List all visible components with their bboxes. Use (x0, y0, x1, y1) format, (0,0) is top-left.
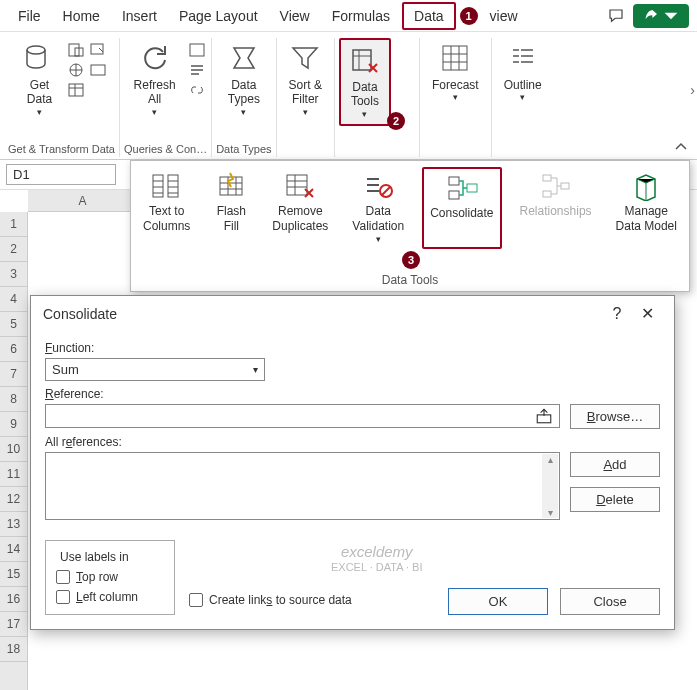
remove-duplicates-button[interactable]: Remove Duplicates (266, 167, 334, 249)
text-to-columns-button[interactable]: Text to Columns (137, 167, 196, 249)
group-queries: Refresh All ▾ Queries & Con… (120, 38, 212, 157)
row-header[interactable]: 4 (0, 287, 27, 312)
group-types-label: Data Types (216, 141, 271, 157)
from-web-icon[interactable] (67, 62, 85, 78)
refresh-all-label: Refresh All (134, 78, 176, 107)
dialog-title: Consolidate (43, 306, 602, 322)
row-header[interactable]: 8 (0, 387, 27, 412)
tab-view[interactable]: View (270, 4, 320, 28)
popup-title: Data Tools (137, 273, 683, 289)
outline-label: Outline (504, 78, 542, 92)
outline-button[interactable]: Outline ▾ (496, 38, 550, 107)
sort-filter-button[interactable]: Sort & Filter ▾ (281, 38, 330, 122)
row-header[interactable]: 2 (0, 237, 27, 262)
row-header[interactable]: 12 (0, 487, 27, 512)
text-to-columns-icon (150, 171, 184, 201)
row-header[interactable]: 10 (0, 437, 27, 462)
share-button[interactable] (633, 4, 689, 28)
row-header[interactable]: 6 (0, 337, 27, 362)
tab-data[interactable]: Data (402, 2, 456, 30)
delete-button[interactable]: Delete (570, 487, 660, 512)
left-column-checkbox[interactable]: Left column (56, 590, 164, 604)
row-header[interactable]: 14 (0, 537, 27, 562)
from-text-icon[interactable] (67, 42, 85, 58)
reference-input[interactable] (45, 404, 560, 428)
top-row-checkbox[interactable]: Top row (56, 570, 164, 584)
group-forecast: Forecast ▾ (420, 38, 492, 157)
get-data-label: Get Data (27, 78, 52, 107)
col-header-a[interactable]: A (28, 190, 138, 211)
row-header[interactable]: 15 (0, 562, 27, 587)
row-header[interactable]: 3 (0, 262, 27, 287)
share-icon (643, 8, 659, 24)
close-button[interactable]: Close (560, 588, 660, 615)
get-data-small-icons (67, 38, 85, 98)
relationships-icon (539, 171, 573, 201)
ribbon-overflow-icon[interactable]: › (690, 82, 695, 98)
comments-button[interactable] (607, 7, 625, 25)
all-references-listbox[interactable]: ▴▾ (45, 452, 560, 520)
queries-icon[interactable] (188, 42, 206, 58)
dialog-titlebar[interactable]: Consolidate ? ✕ (31, 296, 674, 331)
properties-icon[interactable] (188, 62, 206, 78)
name-box[interactable]: D1 (6, 164, 116, 185)
edit-links-icon[interactable] (188, 82, 206, 98)
add-button[interactable]: Add (570, 452, 660, 477)
row-header[interactable]: 5 (0, 312, 27, 337)
svg-rect-16 (449, 191, 459, 199)
flash-fill-button[interactable]: Flash Fill (208, 167, 254, 249)
manage-data-model-button[interactable]: Manage Data Model (610, 167, 683, 249)
dialog-close-button[interactable]: ✕ (632, 304, 662, 323)
existing-conn-icon[interactable] (89, 62, 107, 78)
label: Data Validation (352, 204, 404, 234)
tab-page-layout[interactable]: Page Layout (169, 4, 268, 28)
svg-rect-20 (561, 183, 569, 189)
flash-fill-icon (214, 171, 248, 201)
row-header[interactable]: 11 (0, 462, 27, 487)
badge-1: 1 (460, 7, 478, 25)
ok-button[interactable]: OK (448, 588, 548, 615)
collapse-ribbon-icon[interactable] (673, 139, 689, 155)
svg-rect-13 (287, 175, 307, 195)
data-validation-button[interactable]: Data Validation ▾ (346, 167, 410, 249)
get-data-button[interactable]: Get Data ▾ (15, 38, 63, 122)
row-header[interactable]: 17 (0, 612, 27, 637)
queries-small-icons (188, 38, 206, 98)
chevron-down-icon (663, 8, 679, 24)
group-get-transform: Get Data ▾ Get & Transform Data (4, 38, 120, 157)
from-table-icon[interactable] (67, 82, 85, 98)
svg-point-0 (27, 46, 45, 54)
comment-icon (607, 7, 625, 25)
svg-rect-8 (353, 50, 371, 70)
tab-view-2[interactable]: view (480, 4, 528, 28)
group-sort-filter: Sort & Filter ▾ (277, 38, 335, 157)
row-header[interactable]: 1 (0, 212, 27, 237)
badge-3: 3 (402, 251, 420, 269)
data-tools-label: Data Tools (351, 80, 379, 109)
label: Manage Data Model (616, 204, 677, 234)
dialog-help-button[interactable]: ? (602, 305, 632, 323)
tab-file[interactable]: File (8, 4, 51, 28)
consolidate-button[interactable]: Consolidate (422, 167, 501, 249)
tab-formulas[interactable]: Formulas (322, 4, 400, 28)
forecast-button[interactable]: Forecast ▾ (424, 38, 487, 107)
row-header[interactable]: 7 (0, 362, 27, 387)
range-picker-icon[interactable] (535, 407, 553, 425)
tab-insert[interactable]: Insert (112, 4, 167, 28)
recent-sources-icon[interactable] (89, 42, 107, 58)
browse-button[interactable]: Browse… (570, 404, 660, 429)
row-header[interactable]: 18 (0, 637, 27, 662)
tab-home[interactable]: Home (53, 4, 110, 28)
svg-rect-19 (543, 191, 551, 197)
funnel-icon (289, 42, 321, 74)
data-tools-button[interactable]: Data Tools ▾ (339, 38, 391, 126)
refresh-all-button[interactable]: Refresh All ▾ (126, 38, 184, 122)
row-header[interactable]: 13 (0, 512, 27, 537)
row-header[interactable]: 9 (0, 412, 27, 437)
listbox-scrollbar[interactable]: ▴▾ (542, 454, 558, 518)
function-select[interactable]: Sum ▾ (45, 358, 265, 381)
row-header[interactable]: 16 (0, 587, 27, 612)
data-types-button[interactable]: Data Types ▾ (220, 38, 268, 122)
create-links-checkbox[interactable]: Create links to source data (189, 593, 352, 607)
consolidate-icon (445, 173, 479, 203)
